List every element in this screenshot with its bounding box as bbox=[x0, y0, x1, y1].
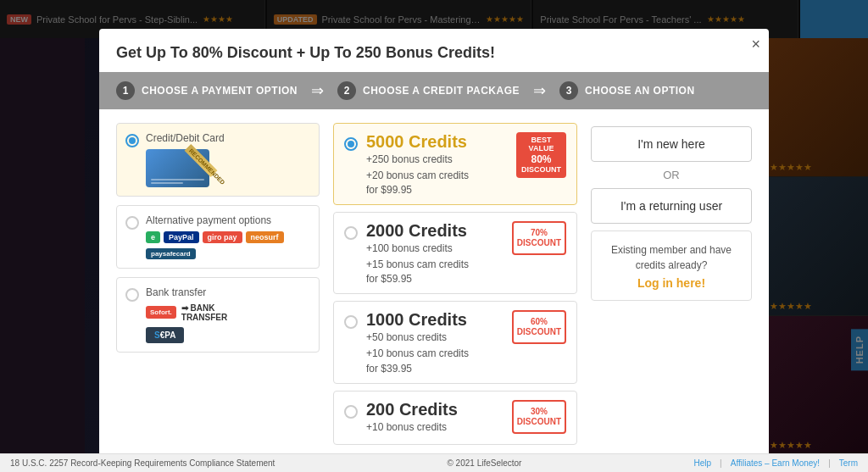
modal-title: Get Up To 80% Discount + Up To 250 Bonus… bbox=[116, 44, 495, 61]
credit-card-content: Credit/Debit Card RECOMMENDED bbox=[146, 132, 310, 187]
epay-logo: e bbox=[146, 231, 160, 243]
credit-card-label: Credit/Debit Card bbox=[146, 132, 310, 144]
pkg2000-bonus: +100 bonus credits +15 bonus cam credits bbox=[366, 241, 504, 273]
step-1: 1 CHOOSE A PAYMENT OPTION bbox=[116, 81, 298, 100]
pkg1000-discount-badge: 60% DISCOUNT bbox=[512, 310, 566, 344]
pkg2000-radio[interactable] bbox=[344, 226, 358, 240]
pkg2000-credits: 2000 Credits bbox=[366, 221, 504, 241]
returning-user-button[interactable]: I'm a returning user bbox=[591, 188, 752, 224]
step-2-label: CHOOSE A CREDIT PACKAGE bbox=[363, 85, 520, 97]
alt-payment-logos: e PayPal giro pay neosurf paysafecard bbox=[146, 231, 310, 259]
neosurf-logo: neosurf bbox=[246, 231, 284, 243]
step-2: 2 CHOOSE A CREDIT PACKAGE bbox=[337, 81, 520, 100]
modal-overlay: × Get Up To 80% Discount + Up To 250 Bon… bbox=[0, 0, 868, 472]
paysafe-logo: paysafecard bbox=[146, 248, 196, 259]
user-options-column: I'm new here OR I'm a returning user Exi… bbox=[591, 123, 752, 452]
bank-transfer-radio[interactable] bbox=[125, 288, 139, 302]
credits-column: 5000 Credits +250 bonus credits +20 bonu… bbox=[333, 123, 581, 452]
pkg5000-price: for $99.95 bbox=[366, 184, 508, 196]
step-1-num: 1 bbox=[116, 81, 135, 100]
pkg2000-discount-badge: 70% DISCOUNT bbox=[512, 221, 566, 255]
pkg5000-credits: 5000 Credits bbox=[366, 132, 508, 152]
alt-payment-option[interactable]: Alternative payment options e PayPal gir… bbox=[116, 205, 320, 269]
credit-card-radio[interactable] bbox=[125, 134, 139, 147]
pkg200-info: 200 Credits +10 bonus credits bbox=[366, 400, 504, 436]
compliance-text: 18 U.S.C. 2257 Record-Keeping Requiremen… bbox=[10, 458, 275, 468]
copyright-text: © 2021 LifeSelector bbox=[447, 458, 521, 468]
step-3-num: 3 bbox=[559, 81, 578, 100]
pkg1000-price: for $39.95 bbox=[366, 363, 504, 375]
step-3-label: CHOOSE AN OPTION bbox=[585, 85, 695, 97]
bank-transfer-text: ➡ BANKTRANSFER bbox=[181, 303, 227, 322]
pkg200-bonus: +10 bonus credits bbox=[366, 419, 504, 436]
paypal-logo: PayPal bbox=[164, 231, 199, 243]
help-link[interactable]: Help bbox=[694, 458, 712, 468]
terms-link[interactable]: Term bbox=[839, 458, 858, 468]
card-visual-wrapper: RECOMMENDED bbox=[146, 149, 209, 187]
bottom-bar: 18 U.S.C. 2257 Record-Keeping Requiremen… bbox=[0, 453, 868, 472]
alt-payment-label: Alternative payment options bbox=[146, 214, 310, 226]
step-3: 3 CHOOSE AN OPTION bbox=[559, 81, 695, 100]
bank-transfer-logos: Sofort. ➡ BANKTRANSFER bbox=[146, 303, 310, 322]
sepa-logo: S€PA bbox=[146, 327, 184, 343]
pkg5000-bonus: +250 bonus credits +20 bonus cam credits bbox=[366, 152, 508, 184]
link-divider-2: | bbox=[828, 458, 831, 468]
modal-header: Get Up To 80% Discount + Up To 250 Bonus… bbox=[99, 29, 769, 72]
bank-transfer-option[interactable]: Bank transfer Sofort. ➡ BANKTRANSFER S€P… bbox=[116, 277, 320, 353]
modal-body: Credit/Debit Card RECOMMENDED bbox=[99, 109, 769, 461]
step-arrow-2: ⇒ bbox=[533, 81, 546, 100]
package-200[interactable]: 200 Credits +10 bonus credits 30% DISCOU… bbox=[333, 391, 577, 445]
alt-payment-radio[interactable] bbox=[125, 216, 139, 230]
sofort-logo: Sofort. bbox=[146, 306, 176, 319]
pkg200-credits: 200 Credits bbox=[366, 400, 504, 419]
pkg5000-radio[interactable] bbox=[344, 137, 358, 151]
package-1000[interactable]: 1000 Credits +50 bonus credits +10 bonus… bbox=[333, 301, 577, 383]
bank-transfer-label: Bank transfer bbox=[146, 286, 310, 298]
best-value-badge: BEST VALUE 80% DISCOUNT bbox=[516, 132, 566, 179]
package-2000[interactable]: 2000 Credits +100 bonus credits +15 bonu… bbox=[333, 212, 577, 294]
package-5000[interactable]: 5000 Credits +250 bonus credits +20 bonu… bbox=[333, 123, 577, 205]
pkg1000-info: 1000 Credits +50 bonus credits +10 bonus… bbox=[366, 310, 504, 374]
step-1-label: CHOOSE A PAYMENT OPTION bbox=[142, 85, 298, 97]
credit-card-option[interactable]: Credit/Debit Card RECOMMENDED bbox=[116, 123, 320, 197]
bottom-links: Help | Affiliates – Earn Money! | Term bbox=[694, 458, 858, 468]
close-button[interactable]: × bbox=[751, 36, 760, 53]
steps-bar: 1 CHOOSE A PAYMENT OPTION ⇒ 2 CHOOSE A C… bbox=[99, 72, 769, 109]
step-arrow-1: ⇒ bbox=[311, 81, 324, 100]
bank-transfer-content: Bank transfer Sofort. ➡ BANKTRANSFER S€P… bbox=[146, 286, 310, 343]
pkg2000-info: 2000 Credits +100 bonus credits +15 bonu… bbox=[366, 221, 504, 285]
payment-column: Credit/Debit Card RECOMMENDED bbox=[116, 123, 320, 452]
card-line-1 bbox=[151, 179, 204, 180]
pkg1000-credits: 1000 Credits bbox=[366, 310, 504, 330]
alt-payment-content: Alternative payment options e PayPal gir… bbox=[146, 214, 310, 259]
modal: × Get Up To 80% Discount + Up To 250 Bon… bbox=[99, 29, 769, 461]
pkg5000-info: 5000 Credits +250 bonus credits +20 bonu… bbox=[366, 132, 508, 196]
login-link[interactable]: Log in here! bbox=[600, 276, 743, 290]
giropay-logo: giro pay bbox=[203, 231, 242, 243]
pkg1000-bonus: +50 bonus credits +10 bonus cam credits bbox=[366, 330, 504, 362]
card-lines bbox=[151, 179, 204, 184]
card-line-2 bbox=[151, 182, 183, 184]
pkg1000-radio[interactable] bbox=[344, 315, 358, 329]
link-divider: | bbox=[720, 458, 722, 468]
affiliates-link[interactable]: Affiliates – Earn Money! bbox=[731, 458, 820, 468]
existing-member-box: Existing member and have credits already… bbox=[591, 230, 752, 302]
or-divider: OR bbox=[591, 169, 752, 181]
pkg200-radio[interactable] bbox=[344, 405, 358, 419]
pkg200-discount-badge: 30% DISCOUNT bbox=[512, 400, 566, 434]
new-user-button[interactable]: I'm new here bbox=[591, 126, 752, 162]
existing-member-text: Existing member and have credits already… bbox=[611, 244, 732, 272]
pkg2000-price: for $59.95 bbox=[366, 273, 504, 285]
step-2-num: 2 bbox=[337, 81, 356, 100]
